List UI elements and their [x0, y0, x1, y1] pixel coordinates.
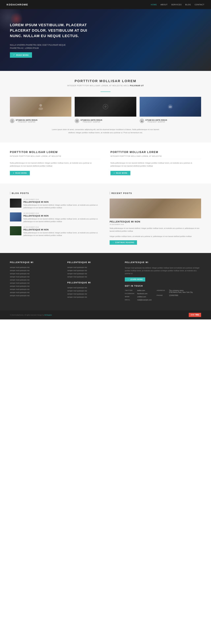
blog-post-1-date: 20 DECEMBER 2018: [24, 198, 102, 200]
nav-link-home[interactable]: HOME: [151, 4, 157, 6]
svg-text:⚙: ⚙: [104, 105, 107, 108]
footer-col-1-link-10[interactable]: Semper mod quisturpis nisi: [10, 295, 61, 296]
footer-col-2b-link-4[interactable]: Semper mod quisturpis nisi: [68, 296, 118, 298]
footer-col-2-link-2[interactable]: Semper mod quisturpis nisi: [68, 270, 118, 272]
footer-col-1-title: PELLENTESQUE MI: [10, 261, 61, 264]
blog-post-2-date: 20 DECEMBER 2018: [24, 212, 102, 214]
hero-section: LOREM IPSUM VESTIBULUM. PLACERAT PLACERA…: [0, 9, 211, 71]
footer-copyright: © 2018 Kodachrome. All rights reserved |…: [10, 314, 52, 316]
read-more-right-button[interactable]: ✧ READ MORE: [110, 171, 130, 175]
two-col-left: PORTTITOR MOLLISAR LOREM INTEGER PORTTIT…: [10, 151, 100, 175]
blog-section-title: BLOG POSTS: [10, 192, 102, 194]
email-label: EMAIL: [125, 299, 136, 301]
footer-col-3: PELLENTESQUE MI Semper mod quisturpis ni…: [125, 261, 201, 302]
blog-post-1: 20 DECEMBER 2018 PELLENTESQUE MI NON Nul…: [10, 198, 102, 209]
footer-top: PELLENTESQUE MI Semper mod quisturpis ni…: [0, 253, 211, 310]
two-col-section: PORTTITOR MOLLISAR LOREM INTEGER PORTTIT…: [0, 142, 211, 184]
porttitor-subtitle: INTEGER PORTTITOR MOLLISAR LOREM, AT MOL…: [10, 84, 201, 86]
nav-item-home[interactable]: HOME: [151, 3, 157, 6]
recent-post-text2: Integer porttitor mollisar lorem, at mol…: [110, 235, 201, 238]
blog-posts-col: BLOG POSTS 20 DECEMBER 2018 PELLENTESQUE…: [10, 192, 102, 245]
plus-icon-left: ✧: [13, 172, 14, 174]
two-col-right: PORTTITOR MOLLISAR LOREM INTEGER PORTTIT…: [110, 151, 201, 175]
hero-read-more-button[interactable]: ✓ READ MORE: [10, 52, 32, 58]
get-in-touch: GET IN TOUCH TWITTER twitter.com FACEBOO…: [125, 285, 201, 302]
nav-link-contact[interactable]: CONTACT: [195, 4, 204, 6]
footer-col-1-link-9[interactable]: Semper mod quisturpis nisi: [10, 292, 61, 294]
continue-reading-button[interactable]: → CONTINUE READING: [110, 240, 137, 245]
recent-post-date: 20 DECEMBER 2018: [110, 224, 201, 225]
recent-posts-col: RECENT POSTS PELLENTESQUE MI NON 20 DECE…: [110, 192, 201, 245]
arrow-icon: ✓: [13, 54, 15, 56]
footer-col-1-link-1[interactable]: Semper mod quisturpis nisi: [10, 266, 61, 268]
footer-col-1-link-2[interactable]: Semper mod quisturpis nisi: [10, 270, 61, 272]
blog-post-2-text: Nulla pellentesque mi non laoreet eleife…: [24, 218, 102, 223]
blog-post-2-image: [10, 212, 22, 222]
footer-col-2b-link-3[interactable]: Semper mod quisturpis nisi: [68, 293, 118, 295]
footer-col-3-title: PELLENTESQUE MI: [125, 261, 201, 264]
porttitor-section: PORTTITOR MOLLISAR LOREM INTEGER PORTTIT…: [0, 71, 211, 142]
nav-item-about[interactable]: ABOUT: [160, 3, 168, 6]
twitter-value: twitter.com: [137, 290, 145, 292]
footer-col-2: PELLENTESQUE MI Semper mod quisturpis ni…: [68, 261, 118, 302]
footer-design-link[interactable]: WCkeyplus: [44, 314, 52, 316]
navbar: KODACHROME HOME ABOUT SERVICES BLOG CONT…: [0, 0, 211, 9]
footer-col-1-link-7[interactable]: Semper mod quisturpis nisi: [10, 285, 61, 287]
gear-icon: ⚙: [76, 120, 78, 122]
porttitor-text: Lorem ipsum dolor sit amet, consectetur …: [50, 128, 162, 134]
two-col-left-title: PORTTITOR MOLLISAR LOREM: [10, 151, 100, 154]
card-2-sub: PRAESENT SEMPER: [80, 121, 102, 123]
blog-post-1-image: [10, 198, 22, 208]
nav-item-contact[interactable]: CONTACT: [195, 3, 204, 6]
footer-col-2b-link-1[interactable]: Semper mod quisturpis nisi: [68, 287, 118, 288]
recent-post-image: [110, 198, 201, 218]
phone-label: PHONE: [156, 294, 167, 296]
footer-col-2-link-4[interactable]: Semper mod quisturpis nisi: [68, 276, 118, 278]
footer-col-1-link-3[interactable]: Semper mod quisturpis nisi: [10, 273, 61, 274]
git-row-facebook: FACEBOOK facebook.com: [125, 293, 152, 294]
read-more-right-label: READ MORE: [116, 172, 128, 174]
footer-col-1-link-4[interactable]: Semper mod quisturpis nisi: [10, 276, 61, 278]
plus-icon-right: ✧: [114, 172, 115, 174]
footer-col-1-link-5[interactable]: Semper mod quisturpis nisi: [10, 279, 61, 281]
git-row-twitter: TWITTER twitter.com: [125, 290, 152, 292]
email-value: mail@example.com: [137, 299, 152, 301]
footer-col-2-link-3[interactable]: Semper mod quisturpis nisi: [68, 273, 118, 274]
card-2-image: ⚙: [75, 97, 136, 116]
svg-point-2: [12, 120, 13, 121]
give-download-button[interactable]: GIVE 下载站: [189, 313, 201, 317]
www-value: untitled.com: [137, 296, 146, 298]
learn-more-label: LEARN MORE: [130, 278, 143, 280]
read-more-left-button[interactable]: ✧ READ MORE: [10, 171, 30, 175]
address-label: ADDRESS: [156, 290, 167, 291]
card-1-sub: PRAESENT SEMPER: [16, 121, 38, 123]
card-1-meta: ETIAM EU ANTE RISUS PRAESENT SEMPER: [10, 118, 72, 123]
facebook-value: facebook.com: [137, 293, 147, 294]
svg-point-3: [11, 122, 13, 122]
blog-post-1-text: Nulla pellentesque mi non laoreet eleife…: [24, 204, 102, 209]
card-2-avatar: ⚙: [75, 118, 79, 123]
nav-link-blog[interactable]: BLOG: [185, 4, 191, 6]
arrow-icon-recent: →: [112, 242, 114, 244]
porttitor-title: PORTTITOR MOLLISAR LOREM: [10, 79, 201, 83]
card-3-avatar: ▲: [140, 118, 144, 123]
nav-links: HOME ABOUT SERVICES BLOG CONTACT: [151, 3, 204, 6]
nav-link-services[interactable]: SERVICES: [171, 4, 182, 6]
nav-item-blog[interactable]: BLOG: [185, 3, 191, 6]
nav-item-services[interactable]: SERVICES: [171, 3, 182, 6]
card-3: 🏔 ▲ ETIAM EU ANTE RISUS PRAESENT SEMPER: [140, 97, 201, 124]
blog-post-3-text: Nulla pellentesque mi non laoreet eleife…: [24, 232, 102, 237]
hero-btn-label: READ MORE: [16, 54, 29, 56]
divider: [100, 92, 110, 92]
footer-col-1-link-8[interactable]: Semper mod quisturpis nisi: [10, 288, 61, 290]
footer-col-1: PELLENTESQUE MI Semper mod quisturpis ni…: [10, 261, 61, 302]
nav-link-about[interactable]: ABOUT: [160, 4, 168, 6]
two-col-left-sub: INTEGER PORTTITOR MOLLISAR LOREM, AT MOL…: [10, 155, 100, 159]
footer-col-2-link-1[interactable]: Semper mod quisturpis nisi: [68, 266, 118, 268]
footer-col-2b-link-2[interactable]: Semper mod quisturpis nisi: [68, 290, 118, 292]
git-title: GET IN TOUCH: [125, 285, 201, 287]
card-2-meta: ⚙ ETIAM EU ANTE RISUS PRAESENT SEMPER: [75, 118, 136, 123]
svg-point-0: [40, 104, 42, 107]
footer-col-1-link-6[interactable]: Semper mod quisturpis nisi: [10, 282, 61, 284]
learn-more-button[interactable]: → LEARN MORE: [125, 278, 145, 282]
